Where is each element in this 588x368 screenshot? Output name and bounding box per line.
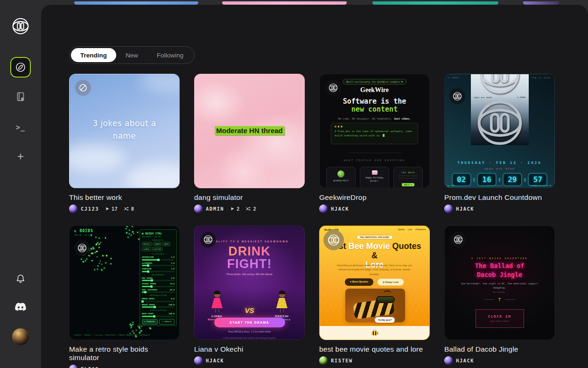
boid-dot — [105, 262, 106, 264]
boid-dot — [139, 326, 140, 328]
author-avatar[interactable] — [194, 205, 203, 213]
boid-dot — [137, 232, 139, 233]
countdown-date: THURSDAY · FEB 12 · 2026 — [445, 161, 554, 165]
author-name[interactable]: HJACK — [456, 206, 474, 212]
boid-dot — [93, 248, 94, 249]
author-name[interactable]: HJACK — [206, 358, 224, 363]
boid-dot — [97, 242, 98, 244]
project-card: ⌂ BOIDS FPS 60 · V1.0 ▣ BOIDS CTRL 150 B… — [69, 226, 180, 368]
author-name[interactable]: ELIAS — [81, 366, 99, 368]
project-thumbnail[interactable]: REALITY TV'S MESSIEST SHOWDOWN DRINK FIG… — [194, 226, 305, 340]
barry-image — [345, 289, 405, 322]
author-avatar[interactable] — [319, 205, 328, 213]
sidebar-item-discord[interactable] — [14, 303, 27, 312]
mini-avatar — [337, 170, 344, 177]
cloud-shape — [126, 163, 180, 188]
tab-following[interactable]: Following — [147, 48, 193, 62]
project-title[interactable]: Ballad of Dacob Jingle — [444, 345, 555, 354]
remix-count: 2 — [245, 206, 256, 212]
sidebar-item-notes[interactable] — [15, 91, 26, 102]
project-thumbnail[interactable]: A TEXT-BASED ADVENTURE The Ballad of Dac… — [444, 226, 555, 340]
boids-control-panel: ▣ BOIDS CTRL 150 BOIDS / 60 FPS — PRESET… — [140, 229, 177, 326]
ornament — [445, 297, 554, 302]
author-avatar[interactable] — [69, 365, 77, 368]
globe-watermark-icon — [450, 232, 466, 248]
author-name[interactable]: ADMIN — [206, 206, 224, 212]
fight-title-2: FIGHT! — [195, 257, 304, 271]
app-logo-globe-icon[interactable] — [12, 17, 29, 35]
chrome-globe-icon — [478, 74, 521, 98]
author-avatar[interactable] — [444, 356, 453, 365]
bee-paragraph: According to all known laws of the inter… — [336, 263, 413, 276]
ballad-title: The Ballad of Dacob Jingle — [445, 262, 554, 279]
project-thumbnail[interactable]: ⊕ PROMFEB 12 2026 apps are dead ⊕ PROM T… — [444, 74, 555, 188]
boid-dot — [91, 234, 92, 236]
boid-dot — [97, 269, 98, 270]
disclaimer: ⚠ No actual beverages were wasted in the… — [195, 337, 304, 339]
boid-dot — [104, 268, 105, 269]
project-title[interactable]: Prom.dev Launch Countdown — [444, 193, 555, 202]
chrome-globe-icon — [476, 99, 524, 145]
author-name[interactable]: HJACK — [331, 206, 349, 212]
author-name[interactable]: RISTEW — [331, 358, 353, 363]
author-avatar[interactable] — [194, 356, 203, 365]
globe-watermark-icon — [325, 80, 341, 96]
compass-icon — [15, 62, 26, 73]
project-thumbnail[interactable]: 3 jokes about a name — [69, 74, 180, 188]
author-avatar[interactable] — [444, 205, 453, 213]
scrolled-card-edge-purple — [523, 1, 559, 5]
terminal-window: $ Prom.dev is the home of ephemeral soft… — [331, 123, 418, 144]
project-card: 3 jokes about a name This better work CJ… — [69, 74, 180, 213]
boid-dot — [94, 269, 96, 270]
user-avatar[interactable] — [12, 328, 29, 345]
project-title[interactable]: best bee movie quotes and lore — [319, 345, 430, 354]
project-card: REALITY TV'S MESSIEST SHOWDOWN DRINK FIG… — [194, 226, 305, 368]
chrome-poster: apps are dead ⊕ PROM — [471, 74, 529, 145]
boid-dot — [136, 330, 137, 331]
boid-dot — [133, 233, 134, 234]
project-title[interactable]: GeekwireDrop — [319, 193, 430, 202]
project-card: Built exclusively for GeekWire readers ♥… — [319, 74, 430, 213]
project-thumbnail[interactable]: Built exclusively for GeekWire readers ♥… — [319, 74, 430, 188]
divider — [348, 153, 401, 153]
boid-dot — [91, 248, 92, 249]
boids-statusbar: SPACE: PAUSE | CLICK: SCATTER | MOVE MOU… — [74, 334, 175, 336]
sidebar-item-create[interactable]: + — [17, 150, 24, 163]
fan-guide-badge: THE UNOFFICIAL FAN GUIDE — [356, 235, 393, 240]
project-title[interactable]: dang simulator — [194, 193, 305, 202]
section-label: WHAT PEOPLE ARE DROPPING — [320, 159, 429, 162]
remix-badge — [75, 80, 91, 96]
project-title[interactable]: Make a retro style boids simulator — [69, 345, 180, 362]
boid-dot — [85, 260, 86, 262]
thumbnail-caption: Moderate HN thread — [195, 127, 304, 135]
author-name[interactable]: HJACK — [456, 358, 474, 363]
boid-dot — [98, 244, 100, 246]
tab-trending[interactable]: Trending — [71, 48, 116, 62]
boid-dot — [81, 259, 82, 260]
boid-dot — [126, 228, 127, 230]
sidebar-item-explore[interactable] — [10, 57, 31, 78]
notebook-icon — [15, 91, 26, 102]
boid-dot — [132, 226, 133, 227]
main-panel: Trending New Following 3 jokes about a n… — [41, 5, 588, 368]
author-name[interactable]: CJ123 — [81, 206, 99, 212]
tab-new[interactable]: New — [116, 48, 147, 62]
project-thumbnail[interactable]: BeeMovieDB Quotes Lore Characters THE UN… — [319, 226, 430, 340]
terminal-icon: >_ — [16, 123, 25, 132]
boid-dot — [91, 253, 92, 254]
author-avatar[interactable] — [319, 356, 328, 365]
project-thumbnail[interactable]: Moderate HN thread — [194, 74, 305, 188]
boid-dot — [150, 328, 152, 330]
sidebar-item-notifications[interactable] — [15, 273, 26, 284]
play-icon — [105, 206, 110, 211]
project-title[interactable]: This better work — [69, 193, 180, 202]
boid-dot — [95, 252, 96, 253]
boid-dot — [91, 260, 93, 262]
project-title[interactable]: Liana v Okechi — [194, 345, 305, 354]
author-avatar[interactable] — [69, 205, 77, 213]
boid-dot — [111, 258, 112, 259]
sidebar-item-terminal[interactable]: >_ — [16, 123, 25, 132]
boid-dot — [96, 251, 98, 252]
start-drama-button: START THE DRAMA — [214, 318, 285, 327]
project-thumbnail[interactable]: ⌂ BOIDS FPS 60 · V1.0 ▣ BOIDS CTRL 150 B… — [69, 226, 180, 340]
